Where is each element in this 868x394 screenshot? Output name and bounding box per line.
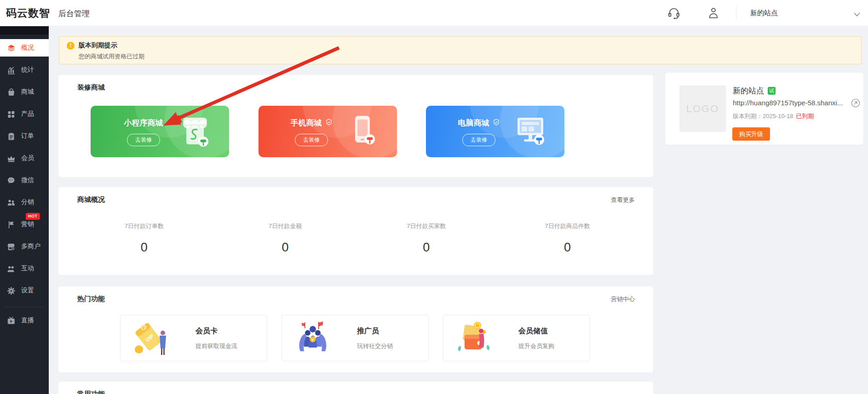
svg-text:¥: ¥ [142, 325, 145, 330]
stat-value: 0 [215, 240, 356, 255]
feature-subtitle: 玩转社交分销 [357, 342, 393, 350]
sidebar-item-label: 设置 [21, 286, 34, 295]
storefront-icon [180, 114, 210, 149]
sidebar-item-label: 统计 [21, 66, 34, 74]
sidebar-item-wechat[interactable]: 微信 [0, 171, 49, 189]
shop-card-mobile-mall[interactable]: 手机商城去装修 [259, 106, 397, 157]
person-icon[interactable] [707, 6, 720, 20]
sidebar-item-live[interactable]: 直播 [0, 312, 49, 329]
shield-check-icon [493, 119, 500, 128]
common-functions-panel: 常用功能 [58, 382, 653, 394]
gear-icon [7, 286, 16, 295]
external-link-icon[interactable] [851, 98, 860, 108]
sidebar-top-strip [0, 26, 49, 34]
site-info-card: LOGO 新的站点 试 http://huang897157type-58.sh… [665, 73, 863, 145]
site-name: 新的站点 [733, 86, 764, 96]
decorate-mall-panel: 装修商城 小程序商城去装修 手机商城去装修 电脑商城去装修 [58, 75, 653, 177]
sidebar-item-label: 互动 [21, 264, 34, 273]
sidebar-item-label: 商城 [21, 88, 34, 96]
feature-title: 推广员 [357, 326, 393, 336]
sidebar-divider [5, 307, 44, 307]
sidebar-item-distribution[interactable]: 分销 [0, 194, 49, 211]
shop-card-pc-mall[interactable]: 电脑商城去装修 [426, 106, 564, 157]
wechat-icon [7, 176, 16, 185]
expired-status: 已到期 [796, 113, 814, 120]
stat-0: 7日付款订单数0 [74, 222, 215, 255]
bag-icon [7, 88, 16, 97]
headset-icon[interactable] [667, 6, 681, 20]
sidebar-item-mall[interactable]: 商城 [0, 83, 49, 101]
brand-subtitle: 后台管理 [58, 8, 90, 19]
shop-card-title: 手机商城 [291, 118, 322, 128]
sidebar-item-members[interactable]: 会员 [0, 149, 49, 167]
site-switcher[interactable]: 新的站点 [750, 9, 778, 17]
site-url-link[interactable]: http://huang897157type-58.shanxi... [733, 99, 849, 107]
chevron-down-icon[interactable] [854, 11, 860, 15]
go-decorate-button[interactable]: 去装修 [462, 134, 495, 146]
stat-value: 0 [356, 240, 497, 255]
sidebar-item-products[interactable]: 产品 [0, 105, 49, 123]
stat-label: 7日付款买家数 [356, 222, 497, 230]
version-label: 版本到期： [733, 113, 763, 120]
version-expiry-banner: ! 版本到期提示 您的商城试用资格已过期 [59, 36, 862, 64]
shop-card-title: 电脑商城 [458, 118, 489, 128]
trial-badge: 试 [768, 87, 776, 95]
hot-badge: HOT [26, 213, 40, 220]
phone-icon [348, 114, 378, 149]
stat-value: 0 [497, 240, 638, 255]
sidebar-item-settings[interactable]: 设置 [0, 282, 49, 299]
sidebar-item-orders[interactable]: 订单 [0, 127, 49, 145]
hot-panel-title: 热门功能 [77, 295, 105, 303]
shop-card-miniprogram-mall[interactable]: 小程序商城去装修 [91, 106, 229, 157]
stat-value: 0 [74, 240, 215, 255]
common-panel-title: 常用功能 [77, 390, 105, 394]
sidebar-item-label: 产品 [21, 110, 34, 118]
store-plus-icon [7, 242, 16, 251]
stat-label: 7日付款订单数 [74, 222, 215, 230]
version-date: 2025-10-18 [763, 113, 793, 120]
feature-card-stored-value[interactable]: 会员储值提升会员复购 [443, 315, 590, 361]
feature-subtitle: 提前获取现金流 [195, 342, 237, 350]
shop-card-title: 小程序商城 [124, 118, 163, 128]
chart-icon [7, 66, 16, 74]
overview-panel-title: 商城概况 [77, 195, 105, 204]
hot-features-panel: 热门功能 营销中心 VIP ¥ 会员卡提前获取现金流 推广员玩转社交分销 会员储… [58, 286, 653, 372]
brand-logo: 码云数智 [6, 6, 50, 20]
header-divider [736, 6, 736, 19]
stat-1: 7日付款金额0 [215, 222, 356, 255]
sidebar-item-label: 多商户 [21, 242, 40, 251]
sidebar-item-statistics[interactable]: 统计 [0, 61, 49, 79]
stat-label: 7日付款金额 [215, 222, 356, 230]
share-users-icon [7, 198, 16, 207]
clipboard-icon [7, 132, 16, 141]
crown-icon [7, 154, 16, 163]
sidebar-item-marketing[interactable]: 营销HOT [0, 216, 49, 233]
admin-dashboard: 码云数智 后台管理 新的站点 概况统计商城产品订单会员微信分销营销HOT多商户互 [0, 0, 868, 394]
marketing-center-link[interactable]: 营销中心 [611, 295, 635, 303]
go-decorate-button[interactable]: 去装修 [127, 134, 160, 146]
sidebar-item-label: 订单 [21, 132, 34, 140]
feature-title: 会员储值 [518, 326, 554, 336]
users-icon [7, 264, 16, 273]
feature-card-promoter[interactable]: 推广员玩转社交分销 [282, 315, 429, 361]
stat-2: 7日付款买家数0 [356, 222, 497, 255]
top-header: 码云数智 后台管理 新的站点 [0, 0, 868, 26]
site-logo-placeholder: LOGO [679, 86, 726, 132]
view-more-link[interactable]: 查看更多 [611, 196, 635, 204]
sidebar-item-label: 直播 [21, 316, 34, 325]
sidebar-item-interaction[interactable]: 互动 [0, 260, 49, 277]
buy-upgrade-button[interactable]: 购买升级 [732, 127, 770, 141]
feature-card-member-card[interactable]: VIP ¥ 会员卡提前获取现金流 [120, 315, 267, 361]
stat-3: 7日付款商品件数0 [497, 222, 638, 255]
stored-value-illustration [454, 319, 495, 358]
layers-icon [7, 44, 16, 52]
sidebar-item-label: 概况 [21, 44, 34, 52]
sidebar-item-overview[interactable]: 概况 [0, 39, 49, 57]
banner-subtitle: 您的商城试用资格已过期 [79, 52, 854, 61]
stat-label: 7日付款商品件数 [497, 222, 638, 230]
logo-text: LOGO [686, 103, 719, 115]
sidebar-item-multi-merchant[interactable]: 多商户 [0, 238, 49, 255]
shield-check-icon [325, 119, 333, 128]
promoter-illustration [292, 319, 333, 358]
go-decorate-button[interactable]: 去装修 [295, 134, 328, 146]
